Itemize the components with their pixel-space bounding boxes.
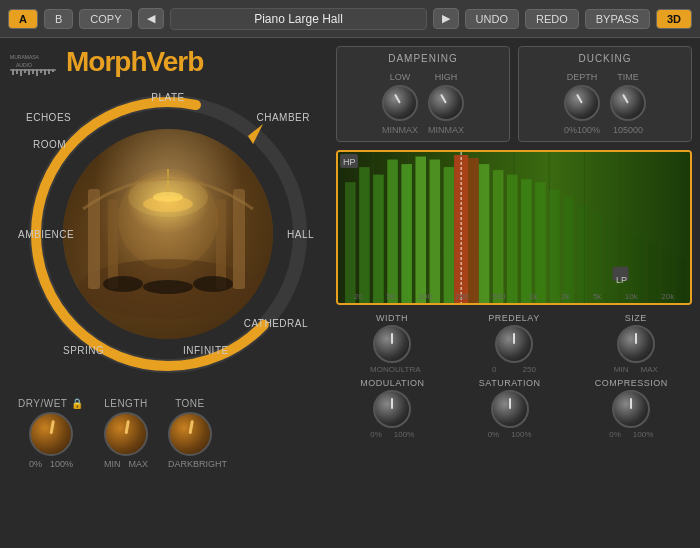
modulation-label: MODULATION — [360, 378, 424, 388]
svg-rect-7 — [28, 69, 30, 75]
modulation-range: 0% 100% — [370, 430, 414, 439]
svg-rect-20 — [108, 199, 118, 289]
label-cathedral: CATHEDRAL — [244, 318, 308, 329]
size-knob[interactable] — [617, 325, 655, 363]
svg-text:LP: LP — [616, 275, 627, 285]
tone-knob[interactable] — [168, 412, 212, 456]
btn-b[interactable]: B — [44, 9, 73, 29]
compression-label: COMPRESSION — [595, 378, 668, 388]
modulation-knob[interactable] — [373, 390, 411, 428]
hall-image — [63, 129, 273, 339]
svg-rect-5 — [20, 69, 22, 76]
svg-point-29 — [118, 169, 218, 269]
svg-rect-59 — [606, 220, 617, 303]
svg-rect-45 — [415, 157, 426, 303]
compression-range: 0% 100% — [609, 430, 653, 439]
hall-photo — [63, 129, 273, 339]
svg-text:AUDIO: AUDIO — [16, 62, 32, 68]
preset-name[interactable]: Piano Large Hall — [170, 8, 426, 30]
ducking-module: DUCKING DEPTH 0% 100% TIME — [518, 46, 692, 142]
btn-copy[interactable]: COPY — [79, 9, 132, 29]
length-label: LENGTH — [104, 398, 148, 409]
right-panel: DAMPENING LOW MIN MAX HIGH — [336, 46, 692, 540]
size-range: MIN MAX — [614, 365, 658, 374]
dry-wet-label: DRY/WET 🔒 — [18, 398, 84, 409]
svg-text:MURAMASA: MURAMASA — [10, 54, 40, 60]
ducking-depth-knob[interactable] — [564, 85, 600, 121]
svg-rect-6 — [24, 69, 26, 73]
btn-next[interactable]: ▶ — [433, 8, 459, 29]
svg-rect-53 — [521, 179, 532, 303]
predelay-knob[interactable] — [495, 325, 533, 363]
length-knob[interactable] — [104, 412, 148, 456]
saturation-knob[interactable] — [491, 390, 529, 428]
btn-bypass[interactable]: BYPASS — [585, 9, 650, 29]
ducking-time-range: 10 5000 — [613, 125, 643, 135]
width-knob[interactable] — [373, 325, 411, 363]
length-range: MIN MAX — [104, 459, 148, 469]
btn-prev[interactable]: ◀ — [138, 8, 164, 29]
svg-rect-11 — [44, 69, 46, 75]
btn-3d[interactable]: 3D — [656, 9, 692, 29]
btn-redo[interactable]: REDO — [525, 9, 579, 29]
brand-title: MorphVerb — [66, 46, 203, 78]
hall-illustration — [63, 129, 273, 339]
eq-visualization: HP LP — [338, 152, 690, 303]
svg-rect-9 — [36, 69, 38, 76]
dampening-high-label: HIGH — [435, 72, 458, 82]
svg-rect-56 — [563, 197, 574, 303]
width-range: MONO ULTRA — [370, 365, 414, 374]
dampening-low-knob[interactable] — [382, 85, 418, 121]
svg-rect-13 — [52, 69, 54, 72]
btn-undo[interactable]: UNDO — [465, 9, 519, 29]
dampening-low-range: MIN MAX — [382, 125, 418, 135]
ducking-depth-group: DEPTH 0% 100% — [564, 70, 600, 135]
left-panel: MURAMASA AUDIO MorphVerb — [8, 46, 328, 540]
svg-rect-51 — [493, 170, 504, 303]
lock-icon: 🔒 — [71, 398, 84, 409]
saturation-range: 0% 100% — [488, 430, 532, 439]
dampening-high-knob[interactable] — [428, 85, 464, 121]
label-room: ROOM — [33, 139, 66, 150]
predelay-label: PREDELAY — [488, 313, 539, 323]
svg-rect-55 — [549, 190, 560, 303]
svg-rect-41 — [359, 167, 370, 303]
morph-wheel[interactable]: PLATE CHAMBER HALL CATHEDRAL INFINITE SP… — [18, 84, 318, 384]
svg-rect-54 — [535, 182, 546, 303]
modulation-group: MODULATION 0% 100% — [360, 378, 424, 439]
tone-range: DARK BRIGHT — [168, 459, 212, 469]
dry-wet-group: DRY/WET 🔒 0% 100% — [18, 398, 84, 469]
svg-point-27 — [143, 280, 193, 294]
label-hall: HALL — [287, 229, 314, 240]
br-row-2: MODULATION 0% 100% SATURATION 0% 100% — [336, 378, 692, 439]
compression-knob[interactable] — [612, 390, 650, 428]
btn-a[interactable]: A — [8, 9, 38, 29]
ducking-title: DUCKING — [529, 53, 681, 64]
svg-rect-42 — [373, 175, 384, 303]
svg-rect-12 — [48, 69, 50, 74]
svg-rect-50 — [479, 164, 490, 303]
svg-rect-46 — [430, 160, 441, 303]
bottom-right-knobs: WIDTH MONO ULTRA PREDELAY 0 250 — [336, 313, 692, 439]
main-area: MURAMASA AUDIO MorphVerb — [0, 38, 700, 548]
saturation-label: SATURATION — [479, 378, 541, 388]
ducking-time-knob[interactable] — [610, 85, 646, 121]
top-right-row: DAMPENING LOW MIN MAX HIGH — [336, 46, 692, 142]
svg-rect-4 — [16, 69, 18, 74]
ducking-time-group: TIME 10 5000 — [610, 70, 646, 135]
svg-rect-57 — [577, 205, 588, 303]
label-plate: PLATE — [151, 92, 184, 103]
compression-group: COMPRESSION 0% 100% — [595, 378, 668, 439]
label-echoes: ECHOES — [26, 112, 71, 123]
width-group: WIDTH MONO ULTRA — [370, 313, 414, 374]
svg-rect-3 — [12, 69, 14, 75]
top-bar: A B COPY ◀ Piano Large Hall ▶ UNDO REDO … — [0, 0, 700, 38]
bottom-knobs-row: DRY/WET 🔒 0% 100% LENGTH MIN MAX — [8, 392, 328, 475]
br-row-1: WIDTH MONO ULTRA PREDELAY 0 250 — [336, 313, 692, 374]
eq-freq-labels: 20 50 100 200 500 1k 2k 5k 10k 20k — [338, 292, 690, 301]
svg-point-28 — [193, 276, 233, 292]
eq-display[interactable]: HP LP 20 50 100 200 500 1k 2k 5k 10k 20k — [336, 150, 692, 305]
dampening-low-group: LOW MIN MAX — [382, 70, 418, 135]
svg-rect-40 — [345, 182, 356, 303]
dry-wet-knob[interactable] — [29, 412, 73, 456]
